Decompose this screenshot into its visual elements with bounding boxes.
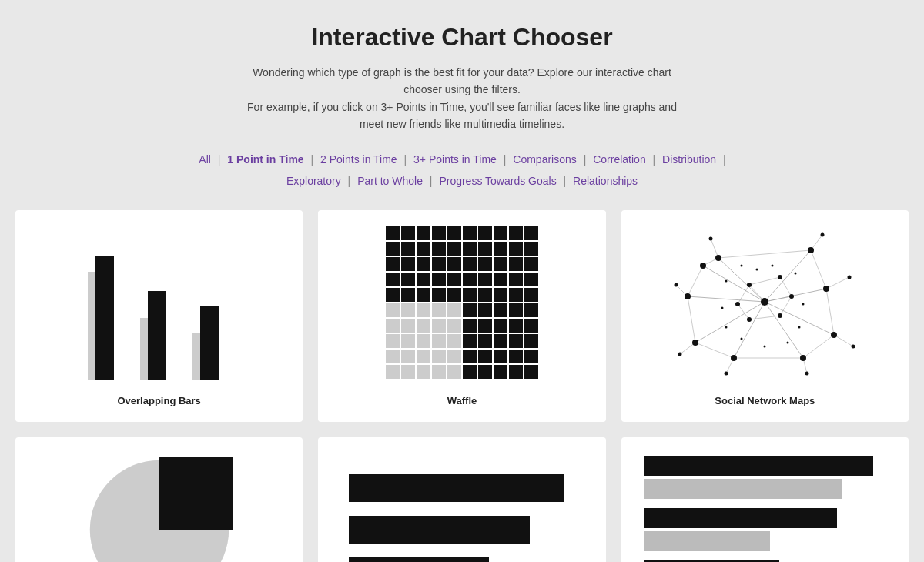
waffle-cell xyxy=(417,319,430,333)
waffle-cell xyxy=(478,226,492,240)
waffle-cell xyxy=(417,365,430,379)
waffle-cell xyxy=(494,319,507,333)
svg-point-52 xyxy=(848,276,852,279)
waffle-cell xyxy=(417,273,430,286)
waffle-cell xyxy=(524,319,538,333)
waffle-cell xyxy=(494,350,507,363)
card-clustered-bar[interactable]: Clustered Bar xyxy=(621,437,909,562)
svg-point-45 xyxy=(800,355,806,361)
waffle-cell xyxy=(432,273,446,286)
svg-point-63 xyxy=(787,342,789,344)
svg-point-44 xyxy=(831,332,837,338)
cluster-group-1 xyxy=(644,456,886,499)
waffle-cell xyxy=(463,242,477,256)
waffle-cell xyxy=(417,226,430,240)
waffle-cell xyxy=(401,350,415,363)
filter-bar: All | 1 Point in Time | 2 Points in Time… xyxy=(15,149,909,192)
bar-front-2 xyxy=(148,291,166,380)
waffle-cell xyxy=(432,350,446,363)
filter-progress-towards-goals[interactable]: Progress Towards Goals xyxy=(439,175,556,187)
svg-line-23 xyxy=(738,285,749,304)
waffle-cell xyxy=(478,365,492,379)
waffle-cell xyxy=(386,242,400,256)
waffle-cell xyxy=(417,334,430,348)
waffle-cell xyxy=(386,288,400,302)
filter-2-points-in-time[interactable]: 2 Points in Time xyxy=(320,153,397,166)
waffle-cell xyxy=(432,365,446,379)
network-svg xyxy=(672,227,857,377)
waffle-cell xyxy=(401,334,415,348)
filter-1-point-in-time[interactable]: 1 Point in Time xyxy=(227,153,303,166)
svg-point-38 xyxy=(778,313,782,318)
svg-line-24 xyxy=(711,239,718,258)
svg-line-19 xyxy=(780,277,792,296)
svg-line-6 xyxy=(695,302,765,343)
waffle-cell xyxy=(401,226,415,240)
filter-part-to-whole[interactable]: Part to Whole xyxy=(357,175,423,187)
filter-distribution[interactable]: Distribution xyxy=(662,153,716,166)
waffle-cell xyxy=(447,226,461,240)
card-pies-donuts[interactable]: Pies and Donuts xyxy=(15,437,303,562)
svg-point-54 xyxy=(805,372,809,376)
waffle-cell xyxy=(478,319,492,333)
filter-relationships[interactable]: Relationships xyxy=(573,175,638,187)
waffle-cell xyxy=(463,273,477,286)
filter-exploratory[interactable]: Exploratory xyxy=(286,175,341,187)
card-label-waffle: Waffle xyxy=(447,395,477,406)
card-bar[interactable]: Bar xyxy=(318,437,605,562)
svg-point-64 xyxy=(764,346,766,348)
cluster-light-2 xyxy=(644,531,770,551)
waffle-cell xyxy=(447,242,461,256)
svg-line-15 xyxy=(695,343,734,358)
filter-comparisons[interactable]: Comparisons xyxy=(513,153,576,166)
svg-line-12 xyxy=(826,289,834,335)
svg-point-57 xyxy=(675,283,678,287)
svg-point-50 xyxy=(709,237,713,241)
filter-3-plus-points-in-time[interactable]: 3+ Points in Time xyxy=(413,153,497,166)
bar-group-3 xyxy=(192,306,231,380)
bar-front-1 xyxy=(95,256,114,380)
svg-line-18 xyxy=(749,277,780,285)
svg-point-67 xyxy=(721,307,724,309)
waffle-cell xyxy=(386,365,400,379)
card-social-network-maps[interactable]: Social Network Maps xyxy=(621,210,909,422)
waffle-cell xyxy=(432,288,446,302)
svg-line-5 xyxy=(734,302,765,358)
waffle-cell xyxy=(417,257,430,271)
waffle-cell xyxy=(417,242,430,256)
bar-group-1 xyxy=(88,256,126,380)
waffle-cell xyxy=(509,226,523,240)
page-wrapper: Interactive Chart Chooser Wondering whic… xyxy=(0,0,924,562)
waffle-cell xyxy=(463,226,477,240)
filter-all[interactable]: All xyxy=(199,153,211,166)
waffle-cell xyxy=(524,257,538,271)
card-label-social-network: Social Network Maps xyxy=(715,395,815,406)
waffle-cell xyxy=(494,257,507,271)
waffle-cell xyxy=(447,334,461,348)
svg-point-51 xyxy=(821,233,825,237)
waffle-cell xyxy=(447,273,461,286)
svg-point-49 xyxy=(700,263,706,269)
svg-point-58 xyxy=(756,269,758,271)
waffle-cell xyxy=(509,365,523,379)
waffle-cell xyxy=(478,273,492,286)
svg-point-55 xyxy=(725,372,728,376)
waffle-cell xyxy=(478,288,492,302)
waffle-cell xyxy=(463,257,477,271)
card-waffle[interactable]: Waffle xyxy=(318,210,605,422)
chart-grid: Overlapping Bars Waffle xyxy=(15,210,909,562)
waffle-cell xyxy=(432,257,446,271)
svg-line-16 xyxy=(688,296,695,343)
waffle-cell xyxy=(401,273,415,286)
waffle-cell xyxy=(494,242,507,256)
waffle-cell xyxy=(417,303,430,317)
svg-point-65 xyxy=(741,338,743,340)
waffle-cell xyxy=(524,242,538,256)
waffle-cell xyxy=(478,257,492,271)
waffle-cell xyxy=(401,288,415,302)
filter-correlation[interactable]: Correlation xyxy=(593,153,645,166)
waffle-cell xyxy=(386,303,400,317)
card-overlapping-bars[interactable]: Overlapping Bars xyxy=(15,210,303,422)
waffle-cell xyxy=(509,242,523,256)
svg-point-56 xyxy=(678,353,682,356)
